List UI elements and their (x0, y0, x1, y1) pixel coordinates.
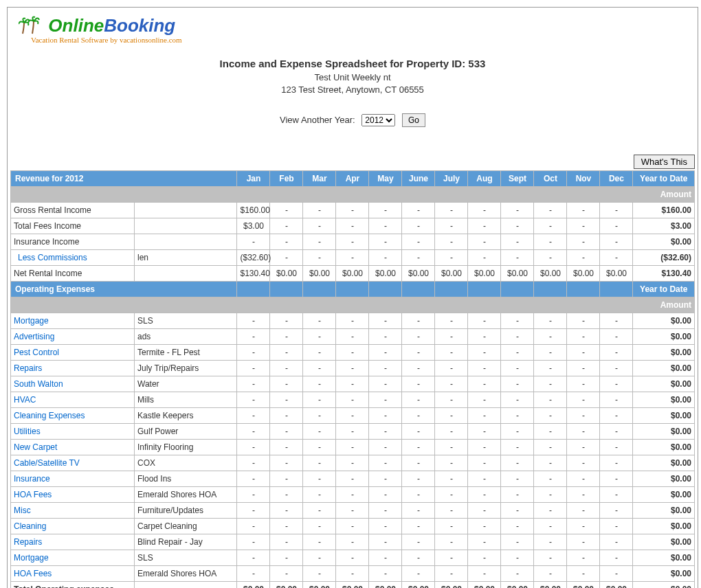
month-cell: - (336, 361, 369, 376)
month-cell: - (270, 440, 303, 455)
row-label: Utilities (11, 424, 135, 440)
month-cell: - (435, 218, 468, 234)
month-cell: $0.00 (600, 266, 633, 282)
month-cell: - (600, 250, 633, 266)
row-label-link[interactable]: Repairs (14, 363, 42, 373)
year-select[interactable]: 2012 (361, 114, 395, 126)
section-header-label: Revenue for 2012 (11, 171, 237, 187)
month-cell: - (303, 329, 336, 345)
month-cell: - (336, 440, 369, 455)
month-cell: - (237, 471, 270, 487)
month-cell: - (600, 550, 633, 566)
month-cell: $0.00 (369, 266, 402, 282)
row-label-link[interactable]: Mortgage (14, 316, 49, 326)
row-vendor: SLS (135, 550, 237, 566)
month-cell: - (468, 550, 501, 566)
month-cell: - (468, 203, 501, 218)
row-label-link[interactable]: Less Commissions (18, 253, 87, 262)
month-cell: - (567, 329, 600, 345)
table-row: Total Fees Income$3.00-----------$3.00 (11, 218, 695, 234)
ytd-cell: $0.00 (633, 550, 695, 566)
row-vendor: July Trip/Repairs (135, 361, 237, 376)
row-label-link[interactable]: Repairs (14, 537, 42, 547)
month-cell: - (303, 203, 336, 218)
month-cell: $0.00 (600, 582, 633, 588)
row-label-link[interactable]: Cleaning Expenses (14, 411, 85, 420)
month-cell: $0.00 (270, 266, 303, 282)
row-vendor: Infinity Flooring (135, 440, 237, 455)
row-label: Mortgage (11, 313, 135, 329)
month-header (369, 282, 402, 297)
row-label: Insurance Income (11, 234, 135, 250)
table-row: Insurance Income------------$0.00 (11, 234, 695, 250)
row-label-link[interactable]: HOA Fees (14, 490, 52, 499)
month-cell: $0.00 (435, 582, 468, 588)
month-header: Oct (534, 171, 567, 187)
row-label-link[interactable]: Insurance (14, 474, 50, 484)
row-label-link[interactable]: Cable/Satellite TV (14, 458, 80, 468)
month-cell: - (303, 471, 336, 487)
month-header (237, 282, 270, 297)
month-header: Apr (336, 171, 369, 187)
month-cell: - (303, 234, 336, 250)
month-cell: - (501, 550, 534, 566)
month-cell: - (501, 455, 534, 471)
month-header: Nov (567, 171, 600, 187)
month-cell: - (270, 487, 303, 503)
month-cell: - (237, 392, 270, 408)
month-cell: $130.40 (237, 266, 270, 282)
unit-address: 123 Test Street, Anytown, CT 06555 (10, 84, 695, 96)
month-cell: - (468, 329, 501, 345)
month-header (435, 282, 468, 297)
month-cell: - (369, 487, 402, 503)
month-cell: - (600, 234, 633, 250)
month-cell: - (435, 408, 468, 424)
ytd-cell: $0.00 (633, 471, 695, 487)
row-label: Insurance (11, 471, 135, 487)
ytd-cell: $0.00 (633, 424, 695, 440)
row-label-link[interactable]: Utilities (14, 427, 41, 436)
month-cell: - (270, 408, 303, 424)
ytd-cell: $130.40 (633, 266, 695, 282)
table-row: RepairsBlind Repair - Jay------------$0.… (11, 534, 695, 550)
month-cell: - (501, 203, 534, 218)
row-vendor: ads (135, 329, 237, 345)
month-cell: - (369, 408, 402, 424)
row-label-link[interactable]: South Walton (14, 379, 63, 389)
month-cell: - (468, 408, 501, 424)
row-label-link[interactable]: New Carpet (14, 442, 57, 452)
row-label-link[interactable]: Pest Control (14, 348, 59, 357)
row-label-link[interactable]: Advertising (14, 332, 54, 341)
month-cell: - (303, 487, 336, 503)
month-cell: - (567, 203, 600, 218)
row-vendor: Flood Ins (135, 471, 237, 487)
month-cell: - (237, 440, 270, 455)
month-cell: - (567, 503, 600, 519)
month-cell: - (303, 376, 336, 392)
month-cell: - (369, 392, 402, 408)
month-cell: - (567, 376, 600, 392)
month-cell: - (501, 376, 534, 392)
year-switch: View Another Year: 2012 Go (10, 113, 695, 127)
month-cell: - (336, 471, 369, 487)
month-cell: - (468, 440, 501, 455)
month-cell: - (270, 550, 303, 566)
row-label: Total Fees Income (11, 218, 135, 234)
table-row: CleaningCarpet Cleaning------------$0.00 (11, 519, 695, 534)
month-cell: - (468, 566, 501, 582)
month-cell: - (600, 566, 633, 582)
month-cell: - (402, 203, 435, 218)
month-cell: - (303, 408, 336, 424)
row-label-link[interactable]: HVAC (14, 395, 36, 405)
row-label-link[interactable]: Cleaning (14, 521, 46, 531)
month-cell: - (402, 408, 435, 424)
row-label: Net Rental Income (11, 266, 135, 282)
whats-this-button[interactable]: What's This (634, 155, 695, 169)
row-label-link[interactable]: Mortgage (14, 553, 49, 563)
ytd-cell: $3.00 (633, 218, 695, 234)
row-label-link[interactable]: Misc (14, 506, 31, 515)
row-label-link[interactable]: HOA Fees (14, 569, 52, 578)
go-button[interactable]: Go (402, 113, 425, 127)
month-cell: - (600, 534, 633, 550)
month-cell: - (402, 234, 435, 250)
